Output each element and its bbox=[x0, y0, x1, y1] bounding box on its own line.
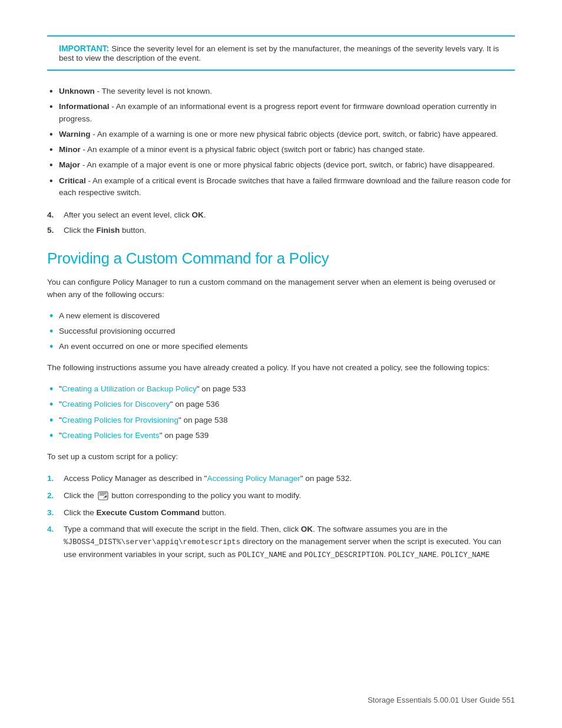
setup-step-4-text: Type a command that will execute the scr… bbox=[64, 523, 515, 561]
term-warning: Warning bbox=[59, 130, 91, 139]
step-4-num: 4. bbox=[47, 209, 61, 221]
bullet-unknown: Unknown - The severity level is not know… bbox=[47, 84, 515, 99]
link-discovery[interactable]: Creating Policies for Discovery bbox=[62, 400, 170, 409]
step-4: 4. After you select an event level, clic… bbox=[47, 207, 515, 223]
svg-line-5 bbox=[104, 497, 104, 499]
step-4-text: After you select an event level, click O… bbox=[64, 209, 206, 221]
bullet-major: Major - An example of a major event is o… bbox=[47, 157, 515, 173]
setup-step-4-num: 4. bbox=[47, 523, 61, 536]
bullet-warning: Warning - An example of a warning is one… bbox=[47, 127, 515, 142]
link-item-3: "Creating Policies for Provisioning" on … bbox=[47, 413, 515, 428]
setup-step-1: 1. Access Policy Manager as described in… bbox=[47, 470, 515, 487]
setup-step-3: 3. Click the Execute Custom Command butt… bbox=[47, 505, 515, 522]
pre-links-text: The following instructions assume you ha… bbox=[47, 361, 515, 374]
link-item-4: "Creating Policies for Events" on page 5… bbox=[47, 428, 515, 443]
code-policy-description: POLICY_DESCRIPTION bbox=[304, 551, 384, 559]
severity-bullet-list: Unknown - The severity level is not know… bbox=[47, 84, 515, 200]
link-utilization[interactable]: Creating a Utilization or Backup Policy bbox=[62, 384, 197, 393]
page-footer: Storage Essentials 5.00.01 User Guide 55… bbox=[368, 696, 515, 704]
link-provisioning[interactable]: Creating Policies for Provisioning bbox=[62, 416, 178, 424]
footer-text: Storage Essentials 5.00.01 User Guide 55… bbox=[368, 696, 515, 704]
code-policy-name: POLICY_NAME bbox=[238, 551, 287, 559]
step-5-num: 5. bbox=[47, 225, 61, 236]
execute-custom-command-label: Execute Custom Command bbox=[97, 508, 200, 517]
step-5-finish: Finish bbox=[97, 226, 120, 235]
step-4-ok: OK bbox=[192, 210, 204, 219]
setup-step-1-num: 1. bbox=[47, 473, 61, 485]
cyan-bullet-1: A new element is discovered bbox=[47, 308, 515, 324]
term-major: Major bbox=[59, 160, 80, 169]
setup-step-3-num: 3. bbox=[47, 507, 61, 519]
links-list: "Creating a Utilization or Backup Policy… bbox=[47, 381, 515, 443]
section-heading: Providing a Custom Command for a Policy bbox=[47, 249, 515, 268]
link-events[interactable]: Creating Policies for Events bbox=[62, 431, 160, 440]
setup-label: To set up a custom script for a policy: bbox=[47, 450, 515, 463]
section-intro: You can configure Policy Manager to run … bbox=[47, 276, 515, 301]
steps-4-5: 4. After you select an event level, clic… bbox=[47, 207, 515, 239]
cyan-bullet-3: An event occurred on one or more specifi… bbox=[47, 339, 515, 354]
term-minor: Minor bbox=[59, 145, 81, 154]
bullet-minor: Minor - An example of a minor event is a… bbox=[47, 142, 515, 157]
setup-step-2-num: 2. bbox=[47, 490, 61, 502]
setup-step-4: 4. Type a command that will execute the … bbox=[47, 521, 515, 564]
term-informational: Informational bbox=[59, 102, 110, 111]
link-item-2: "Creating Policies for Discovery" on pag… bbox=[47, 397, 515, 412]
bullet-critical: Critical - An example of a critical even… bbox=[47, 173, 515, 201]
step-5-text: Click the Finish button. bbox=[64, 225, 146, 236]
link-accessing-policy-manager[interactable]: Accessing Policy Manager bbox=[207, 474, 300, 483]
setup-step-2: 2. Click the button corresponding to the… bbox=[47, 487, 515, 505]
important-text: Since the severity level for an element … bbox=[59, 44, 499, 62]
important-label: IMPORTANT: bbox=[59, 44, 109, 53]
important-box: IMPORTANT: Since the severity level for … bbox=[47, 35, 515, 71]
page-container: IMPORTANT: Since the severity level for … bbox=[0, 0, 562, 728]
code-path: %JBOSS4_DIST%\server\appiq\remotescripts bbox=[64, 538, 240, 546]
setup-steps: 1. Access Policy Manager as described in… bbox=[47, 470, 515, 564]
edit-icon bbox=[98, 490, 108, 502]
term-critical: Critical bbox=[59, 176, 86, 185]
setup-step-1-text: Access Policy Manager as described in "A… bbox=[64, 473, 352, 485]
setup-step-3-text: Click the Execute Custom Command button. bbox=[64, 507, 226, 519]
bullet-informational: Informational - An example of an informa… bbox=[47, 99, 515, 127]
step-5: 5. Click the Finish button. bbox=[47, 223, 515, 238]
term-unknown: Unknown bbox=[59, 87, 95, 95]
cyan-bullet-list: A new element is discovered Successful p… bbox=[47, 308, 515, 355]
cyan-bullet-2: Successful provisioning occurred bbox=[47, 324, 515, 339]
svg-marker-4 bbox=[104, 495, 107, 498]
step4-ok: OK bbox=[301, 525, 313, 533]
code-policy-name-2: POLICY_NAME bbox=[388, 551, 437, 559]
link-item-1: "Creating a Utilization or Backup Policy… bbox=[47, 381, 515, 397]
code-policy-name-3: POLICY_NAME bbox=[441, 551, 490, 559]
setup-step-2-text: Click the button corresponding to the po… bbox=[64, 490, 301, 502]
